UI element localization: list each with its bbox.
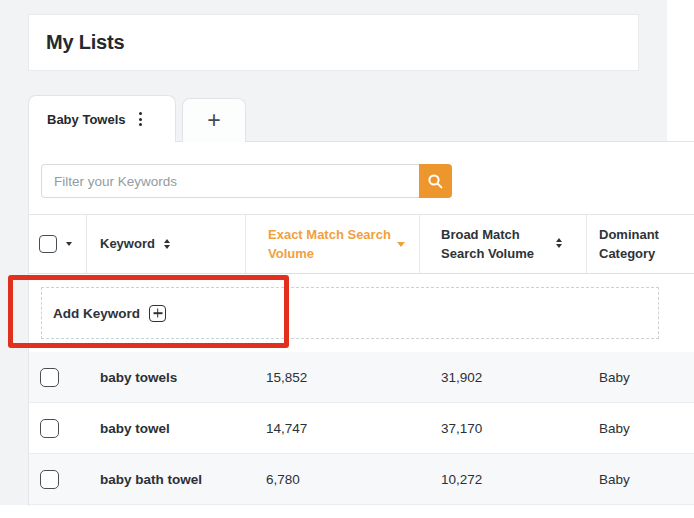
keyword-cell: baby towels <box>100 352 177 402</box>
keyword-cell: baby towel <box>100 403 170 453</box>
broad-volume-cell: 31,902 <box>441 352 482 402</box>
column-header-exact-match-search-volume[interactable]: Exact Match Search Volume <box>268 226 400 264</box>
category-cell: Baby <box>599 403 630 453</box>
exact-volume-cell: 6,780 <box>266 454 300 504</box>
table-row: baby towel 14,747 37,170 Baby <box>29 403 694 454</box>
table-row: baby towels 15,852 31,902 Baby <box>29 352 694 403</box>
add-list-tab-button[interactable]: + <box>182 98 246 142</box>
row-checkbox[interactable] <box>40 368 59 387</box>
my-lists-page: My Lists Baby Towels + Keyword <box>0 0 694 518</box>
column-divider <box>419 215 420 273</box>
sort-icon <box>556 238 562 248</box>
column-header-dominant-category[interactable]: Dominant Category <box>599 226 694 264</box>
tab-options-kebab-icon[interactable] <box>137 110 144 128</box>
exact-volume-cell: 15,852 <box>266 352 307 402</box>
broad-volume-cell: 37,170 <box>441 403 482 453</box>
add-keyword-label: Add Keyword <box>53 306 140 321</box>
column-header-broad-match-search-volume[interactable]: Broad Match Search Volume <box>441 226 561 264</box>
page-title: My Lists <box>46 31 124 54</box>
page-header-card: My Lists <box>28 14 639 71</box>
row-checkbox[interactable] <box>40 419 59 438</box>
column-header-keyword[interactable]: Keyword <box>100 215 170 273</box>
exact-volume-cell: 14,747 <box>266 403 307 453</box>
table-header-row: Keyword Exact Match Search Volume Broad … <box>29 214 694 274</box>
row-checkbox[interactable] <box>40 470 59 489</box>
column-divider <box>586 215 587 273</box>
select-dropdown-caret-icon[interactable] <box>66 242 72 246</box>
search-button[interactable] <box>419 164 452 198</box>
category-cell: Baby <box>599 352 630 402</box>
broad-volume-cell: 10,272 <box>441 454 482 504</box>
tab-label: Baby Towels <box>47 112 126 127</box>
select-all-checkbox[interactable] <box>39 235 57 257</box>
sort-icon <box>164 239 170 249</box>
category-cell: Baby <box>599 454 630 504</box>
table-row: baby bath towel 6,780 10,272 Baby <box>29 454 694 505</box>
list-panel: Keyword Exact Match Search Volume Broad … <box>28 141 694 506</box>
add-keyword-section: Add Keyword <box>29 274 694 352</box>
sort-desc-icon <box>397 242 405 247</box>
column-divider <box>245 215 246 273</box>
tab-baby-towels[interactable]: Baby Towels <box>28 95 176 142</box>
column-divider <box>86 215 87 273</box>
filter-keywords-input[interactable] <box>41 164 419 198</box>
keywords-table-body: baby towels 15,852 31,902 Baby baby towe… <box>29 352 694 505</box>
search-icon <box>427 173 444 190</box>
keyword-cell: baby bath towel <box>100 454 202 504</box>
add-keyword-button[interactable]: Add Keyword <box>41 287 659 339</box>
plus-square-icon <box>149 305 166 322</box>
